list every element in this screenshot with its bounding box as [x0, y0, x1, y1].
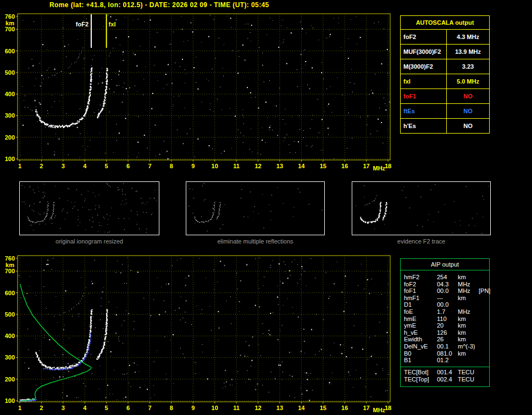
foF2-marker-label: foF2 [76, 21, 88, 27]
aip-row: foE1.7MHz [401, 308, 489, 316]
x-tick-label: 18 [385, 405, 391, 411]
aip-row-unit: km [458, 329, 479, 336]
aip-row-value: 126 [437, 329, 458, 336]
ionogram-top-plot: foF2fxl123456789101112131415161718760700… [0, 10, 398, 175]
x-tick-label: 15 [320, 405, 326, 411]
aip-row-unit [458, 301, 479, 308]
grid-layer [18, 256, 390, 402]
aip-row-extra [479, 376, 489, 383]
noise-layer [19, 257, 389, 401]
autoscala-row: h'EsNO [401, 119, 489, 133]
y-tick-label: 200 [5, 134, 15, 141]
autoscala-row: fxl5.0 MHz [401, 74, 489, 89]
aip-rows: hmF2254kmfoF204.3MHzfoF100.0MHz[PN]hmF1-… [401, 270, 489, 364]
y-tick-label: 600 [5, 48, 15, 54]
aip-row: foF100.0MHz[PN] [401, 287, 489, 295]
aip-row-extra [479, 350, 489, 357]
autoscala-output-panel: AUTOSCALA output foF24.3 MHzMUF(3000)F21… [400, 15, 490, 134]
aip-row-label: ymE [404, 322, 437, 329]
x-tick-label: 1 [18, 405, 21, 411]
aip-row-label: Ewidth [404, 336, 437, 343]
thumbnail-original-ionogram [19, 181, 159, 235]
aip-row: D100.0 [401, 301, 489, 308]
autoscala-row: foF1NO [401, 89, 489, 104]
aip-row-value: 00.0 [437, 287, 458, 295]
aip-panel-title: AIP output [401, 259, 489, 270]
aip-row-extra [479, 329, 489, 336]
x-tick-label: 1 [18, 163, 21, 169]
aip-row-value: 081.0 [437, 350, 458, 357]
y-tick-label: 700 [5, 26, 15, 32]
autoscala-row-value: NO [447, 104, 489, 118]
aip-row-value: 04.3 [437, 281, 458, 288]
y-axis-unit-label: km [5, 262, 14, 268]
thumbnail-caption: eliminate multiple reflections [186, 238, 325, 245]
x-tick-label: 18 [385, 163, 391, 169]
aip-row-label: B0 [404, 350, 437, 357]
x-tick-label: 14 [298, 405, 305, 411]
plot-frame [18, 14, 390, 160]
aip-row-value: 20 [437, 322, 458, 329]
autoscala-row-value: 3.23 [447, 59, 489, 74]
autoscala-row-label: foF1 [401, 89, 447, 103]
aip-row-label: h_vE [404, 329, 437, 336]
aip-row-value: 1.7 [437, 308, 458, 316]
autoscala-row: M(3000)F23.23 [401, 59, 489, 74]
x-tick-label: 2 [40, 405, 43, 411]
thumbnail-evidence-f2-trace [352, 181, 491, 235]
x-tick-label: 4 [83, 163, 87, 169]
aip-row-value: 01.2 [437, 357, 458, 364]
aip-output-panel: AIP output hmF2254kmfoF204.3MHzfoF100.0M… [400, 258, 490, 387]
trace-layer [20, 284, 108, 402]
aip-row: hmF1---km [401, 295, 489, 302]
y-tick-label: 600 [5, 290, 15, 296]
x-tick-label: 11 [233, 163, 240, 169]
aip-row-value: 002.4 [437, 376, 458, 383]
y-tick-label: 100 [5, 397, 15, 404]
aip-row-unit: km [458, 274, 479, 281]
autoscala-row-value: 4.3 MHz [447, 30, 489, 44]
aip-row: B101.2 [401, 357, 489, 364]
aip-row-unit: MHz [458, 281, 479, 288]
x-tick-label: 13 [276, 163, 283, 169]
axis-labels: 1234567891011121314151617187607006005004… [5, 13, 392, 171]
autoscala-row-label: foF2 [401, 30, 447, 44]
x-tick-label: 12 [254, 405, 261, 411]
autoscala-row: foF24.3 MHz [401, 30, 489, 45]
aip-row-unit: TECU [458, 369, 479, 376]
x-tick-label: 8 [170, 163, 173, 169]
aip-row: TEC[Top]002.4TECU [401, 376, 489, 383]
aip-row-extra [479, 343, 489, 350]
y-axis-unit-label: km [5, 20, 14, 26]
aip-row-label: foE [404, 308, 437, 316]
ionogram-bottom-plot: 1234567891011121314151617187607006005004… [0, 252, 398, 415]
x-tick-label: 12 [254, 163, 261, 169]
autoscala-app-window: Rome (lat: +41.8, lon: 012.5) - DATE: 20… [0, 0, 532, 415]
thumbnail-caption: original ionogram resized [19, 238, 159, 245]
aip-row-label: DelN_vE [404, 343, 437, 350]
aip-row-extra [479, 295, 489, 302]
aip-row-extra [479, 357, 489, 364]
thumb-trace-layer [356, 184, 489, 234]
x-tick-label: 10 [212, 405, 218, 411]
page-title: Rome (lat: +41.8, lon: 012.5) - DATE: 20… [49, 1, 269, 9]
aip-row-extra [479, 322, 489, 329]
aip-row: Ewidth26km [401, 336, 489, 343]
y-tick-label: 400 [5, 91, 15, 97]
autoscala-row-label: M(3000)F2 [401, 59, 447, 74]
x-tick-label: 6 [126, 405, 130, 411]
autoscala-row-value: 13.9 MHz [447, 45, 489, 59]
aip-row-value: 001.4 [437, 369, 458, 376]
x-tick-label: 7 [148, 163, 151, 169]
aip-row-extra [479, 369, 489, 376]
aip-row-extra [479, 274, 489, 281]
y-tick-label: 400 [5, 333, 15, 339]
x-tick-label: 10 [212, 163, 218, 169]
x-tick-label: 17 [363, 163, 370, 169]
autoscala-row: ftEsNO [401, 104, 489, 119]
aip-row-label: D1 [404, 301, 437, 308]
aip-row-unit: MHz [458, 287, 479, 295]
aip-row-unit: km [458, 295, 479, 302]
thumbnail-canvas [20, 182, 159, 235]
aip-row-unit: km [458, 350, 479, 357]
